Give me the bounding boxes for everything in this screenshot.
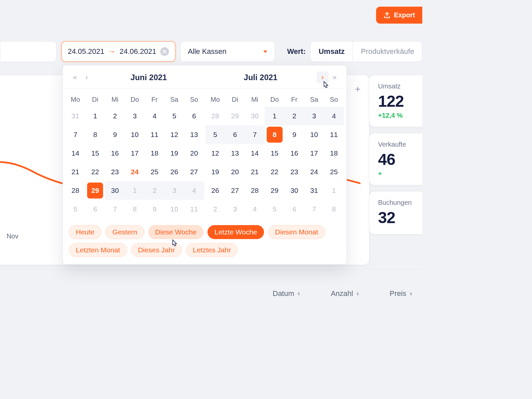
stat-card-verkaufte[interactable]: Verkaufte 46 + [369, 133, 422, 185]
calendar-day[interactable]: 2 [205, 200, 225, 218]
calendar-day[interactable]: 6 [225, 125, 245, 144]
calendar-day[interactable]: 11 [324, 125, 344, 144]
export-button[interactable]: Export [376, 7, 422, 24]
calendar-day[interactable]: 17 [125, 144, 145, 163]
filter-placeholder[interactable] [0, 41, 57, 62]
calendar-day[interactable]: 27 [184, 163, 204, 181]
calendar-day[interactable]: 30 [105, 181, 125, 200]
preset-gestern[interactable]: Gestern [105, 225, 144, 239]
calendar-day[interactable]: 2 [105, 107, 125, 125]
calendar-day[interactable]: 14 [66, 144, 85, 163]
preset-dieses-jahr[interactable]: Dieses Jahr [131, 243, 182, 257]
calendar-day[interactable]: 12 [165, 125, 185, 144]
calendar-day[interactable]: 21 [245, 163, 265, 181]
calendar-day[interactable]: 7 [304, 200, 324, 218]
calendar-day[interactable]: 24 [125, 163, 145, 181]
calendar-day[interactable]: 30 [245, 107, 265, 125]
preset-heute[interactable]: Heute [69, 225, 101, 239]
calendar-day[interactable]: 25 [324, 163, 344, 181]
calendar-day[interactable]: 6 [184, 107, 204, 125]
calendar-day[interactable]: 4 [145, 107, 165, 125]
calendar-day[interactable]: 4 [324, 107, 344, 125]
calendar-day[interactable]: 31 [304, 181, 324, 200]
calendar-day[interactable]: 5 [66, 200, 85, 218]
calendar-day[interactable]: 28 [245, 181, 265, 200]
prev-year-button[interactable]: « [69, 71, 81, 83]
calendar-day[interactable]: 9 [105, 125, 125, 144]
add-chart-tab-button[interactable]: + [355, 84, 360, 94]
table-col-datum[interactable]: Datum ▲▼ [273, 289, 301, 298]
calendar-day[interactable]: 29 [225, 107, 245, 125]
preset-diesen-monat[interactable]: Diesen Monat [268, 225, 325, 239]
calendar-day[interactable]: 20 [184, 144, 204, 163]
calendar-day[interactable]: 1 [125, 181, 145, 200]
calendar-day[interactable]: 3 [225, 200, 245, 218]
calendar-day[interactable]: 12 [205, 144, 225, 163]
calendar-day[interactable]: 22 [265, 163, 285, 181]
calendar-day[interactable]: 30 [285, 181, 305, 200]
calendar-day[interactable]: 16 [285, 144, 305, 163]
calendar-day[interactable]: 26 [205, 181, 225, 200]
calendar-day[interactable]: 15 [265, 144, 285, 163]
calendar-day[interactable]: 11 [145, 125, 165, 144]
calendar-day[interactable]: 1 [265, 107, 285, 125]
calendar-day[interactable]: 11 [184, 200, 204, 218]
calendar-day[interactable]: 23 [285, 163, 305, 181]
calendar-day[interactable]: 18 [324, 144, 344, 163]
calendar-day[interactable]: 10 [165, 200, 185, 218]
next-month-button[interactable]: › [317, 71, 329, 83]
calendar-day[interactable]: 16 [105, 144, 125, 163]
calendar-day[interactable]: 6 [285, 200, 305, 218]
calendar-day[interactable]: 24 [304, 163, 324, 181]
calendar-day[interactable]: 17 [304, 144, 324, 163]
date-range-input[interactable]: 24.05.2021 → 24.06.2021 [61, 41, 176, 62]
calendar-day[interactable]: 28 [205, 107, 225, 125]
stat-card-buchungen[interactable]: Buchungen 32 [369, 191, 422, 234]
calendar-day[interactable]: 20 [225, 163, 245, 181]
calendar-day[interactable]: 7 [66, 125, 85, 144]
calendar-day[interactable]: 13 [225, 144, 245, 163]
calendar-day[interactable]: 6 [85, 200, 105, 218]
calendar-day[interactable]: 1 [85, 107, 105, 125]
calendar-day[interactable]: 19 [205, 163, 225, 181]
calendar-day[interactable]: 22 [85, 163, 105, 181]
calendar-day[interactable]: 3 [165, 181, 185, 200]
calendar-day[interactable]: 19 [165, 144, 185, 163]
calendar-day[interactable]: 8 [85, 125, 105, 144]
calendar-day[interactable]: 26 [165, 163, 185, 181]
clear-date-button[interactable] [160, 47, 169, 56]
calendar-day[interactable]: 8 [125, 200, 145, 218]
calendar-day[interactable]: 18 [145, 144, 165, 163]
table-col-preis[interactable]: Preis ▲▼ [390, 289, 413, 298]
calendar-day[interactable]: 9 [145, 200, 165, 218]
calendar-day[interactable]: 10 [304, 125, 324, 144]
calendar-day[interactable]: 29 [85, 181, 105, 200]
calendar-day[interactable]: 5 [205, 125, 225, 144]
wert-tab-produktverkaeufe[interactable]: Produktverkäufe [353, 42, 422, 62]
next-year-button[interactable]: » [329, 71, 340, 83]
calendar-day[interactable]: 3 [125, 107, 145, 125]
stat-card-umsatz[interactable]: Umsatz 122 +12,4 % [369, 75, 422, 127]
calendar-day[interactable]: 31 [66, 107, 85, 125]
preset-letzte-woche[interactable]: Letzte Woche [207, 225, 264, 239]
calendar-day[interactable]: 7 [245, 125, 265, 144]
prev-month-button[interactable]: ‹ [81, 71, 93, 83]
preset-letztes-jahr[interactable]: Letztes Jahr [186, 243, 238, 257]
table-col-anzahl[interactable]: Anzahl ▲▼ [331, 289, 360, 298]
calendar-day[interactable]: 8 [324, 200, 344, 218]
pos-select[interactable]: Alle Kassen [180, 41, 275, 62]
calendar-day[interactable]: 10 [125, 125, 145, 144]
calendar-day[interactable]: 4 [184, 181, 204, 200]
calendar-day[interactable]: 5 [265, 200, 285, 218]
calendar-day[interactable]: 2 [285, 107, 305, 125]
calendar-day[interactable]: 14 [245, 144, 265, 163]
calendar-day[interactable]: 28 [66, 181, 85, 200]
calendar-day[interactable]: 4 [245, 200, 265, 218]
calendar-day[interactable]: 8 [265, 125, 285, 144]
calendar-day[interactable]: 1 [324, 181, 344, 200]
calendar-day[interactable]: 9 [285, 125, 305, 144]
preset-letzten-monat[interactable]: Letzten Monat [69, 243, 127, 257]
preset-diese-woche[interactable]: Diese Woche [148, 225, 204, 239]
calendar-day[interactable]: 7 [105, 200, 125, 218]
calendar-day[interactable]: 29 [265, 181, 285, 200]
